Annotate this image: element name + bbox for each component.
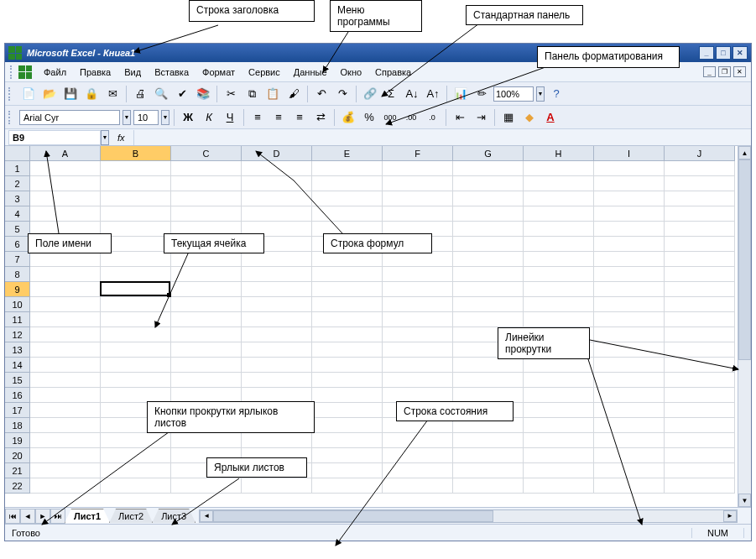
format-painter-icon[interactable]: 🖌	[284, 85, 303, 103]
cell[interactable]	[524, 358, 594, 373]
cell[interactable]	[30, 373, 101, 388]
cell[interactable]	[242, 252, 312, 267]
cell[interactable]	[594, 206, 665, 222]
formula-input[interactable]	[133, 130, 751, 145]
menu-window[interactable]: Окно	[334, 65, 369, 80]
cell[interactable]	[242, 478, 312, 494]
cell[interactable]	[30, 478, 101, 494]
cell[interactable]	[383, 206, 453, 222]
cell[interactable]	[594, 358, 665, 373]
cell[interactable]	[312, 463, 383, 478]
row-header[interactable]: 17	[5, 403, 30, 418]
scroll-right-icon[interactable]: ►	[723, 510, 737, 522]
cell[interactable]	[383, 448, 453, 463]
align-right-icon[interactable]: ≡	[290, 108, 309, 127]
cell[interactable]	[665, 463, 735, 478]
cell[interactable]	[453, 222, 524, 237]
cell[interactable]	[30, 433, 101, 448]
cell[interactable]	[594, 463, 665, 478]
cell[interactable]	[242, 191, 312, 206]
menu-format[interactable]: Формат	[196, 65, 242, 80]
column-header[interactable]: A	[30, 146, 101, 161]
vertical-scrollbar[interactable]: ▲ ▼	[738, 146, 751, 507]
cell[interactable]	[383, 342, 453, 358]
research-icon[interactable]: 📚	[194, 85, 212, 103]
cell[interactable]	[453, 206, 524, 222]
cell[interactable]	[665, 161, 735, 176]
cell[interactable]	[171, 342, 242, 358]
cell[interactable]	[101, 433, 171, 448]
cell[interactable]	[312, 448, 383, 463]
cell[interactable]	[383, 373, 453, 388]
autosum-icon[interactable]: Σ	[382, 85, 400, 103]
cell[interactable]	[242, 342, 312, 358]
cell[interactable]	[383, 176, 453, 191]
cell[interactable]	[101, 373, 171, 388]
cell[interactable]	[312, 433, 383, 448]
cell[interactable]	[453, 358, 524, 373]
sort-asc-icon[interactable]: A↓	[403, 85, 421, 103]
align-left-icon[interactable]: ≡	[248, 108, 267, 127]
cell[interactable]	[665, 448, 735, 463]
font-color-icon[interactable]: A	[541, 108, 560, 127]
spellcheck-icon[interactable]: ✔	[173, 85, 191, 103]
cell[interactable]	[30, 267, 101, 282]
cell[interactable]	[101, 252, 171, 267]
scroll-thumb[interactable]	[213, 510, 493, 522]
horizontal-scrollbar[interactable]: ◄ ►	[199, 509, 738, 523]
cell[interactable]	[30, 161, 101, 176]
toolbar-grip[interactable]	[10, 65, 13, 79]
increase-indent-icon[interactable]: ⇥	[472, 108, 490, 127]
cell[interactable]	[383, 282, 453, 297]
cell[interactable]	[665, 222, 735, 237]
cell[interactable]	[665, 478, 735, 494]
cell[interactable]	[383, 161, 453, 176]
cell[interactable]	[665, 342, 735, 358]
cell[interactable]	[30, 206, 101, 222]
cell[interactable]	[30, 388, 101, 403]
cell[interactable]	[665, 176, 735, 191]
cell[interactable]	[30, 191, 101, 206]
cell[interactable]	[171, 191, 242, 206]
cell[interactable]	[383, 312, 453, 327]
cell[interactable]	[312, 252, 383, 267]
cell[interactable]	[594, 373, 665, 388]
cell[interactable]	[665, 267, 735, 282]
cell[interactable]	[665, 433, 735, 448]
fill-color-icon[interactable]: ◆	[520, 108, 539, 127]
cell[interactable]	[101, 267, 171, 282]
cell[interactable]	[665, 282, 735, 297]
cell[interactable]	[665, 403, 735, 418]
row-header[interactable]: 20	[5, 448, 30, 463]
cell[interactable]	[312, 282, 383, 297]
cell[interactable]	[524, 282, 594, 297]
cell[interactable]	[453, 161, 524, 176]
row-header[interactable]: 19	[5, 433, 30, 448]
column-header[interactable]: E	[312, 146, 383, 161]
cell[interactable]	[171, 267, 242, 282]
bold-button[interactable]: Ж	[179, 108, 197, 127]
cell[interactable]	[312, 191, 383, 206]
cell[interactable]	[101, 463, 171, 478]
cell[interactable]	[383, 433, 453, 448]
underline-button[interactable]: Ч	[221, 108, 239, 127]
cell[interactable]	[383, 463, 453, 478]
row-header[interactable]: 13	[5, 342, 30, 358]
cell[interactable]	[242, 282, 312, 297]
save-icon[interactable]: 💾	[61, 85, 80, 103]
cell[interactable]	[171, 161, 242, 176]
cell[interactable]	[594, 448, 665, 463]
cell[interactable]	[524, 448, 594, 463]
cell[interactable]	[30, 342, 101, 358]
cell[interactable]	[665, 252, 735, 267]
align-center-icon[interactable]: ≡	[269, 108, 288, 127]
print-icon[interactable]: 🖨	[131, 85, 149, 103]
zoom-box[interactable]: 100%	[493, 86, 534, 102]
cell[interactable]	[30, 358, 101, 373]
cell[interactable]	[453, 312, 524, 327]
cell[interactable]	[524, 297, 594, 312]
cell[interactable]	[665, 358, 735, 373]
cell[interactable]	[524, 222, 594, 237]
cell[interactable]	[453, 433, 524, 448]
cell[interactable]	[101, 358, 171, 373]
